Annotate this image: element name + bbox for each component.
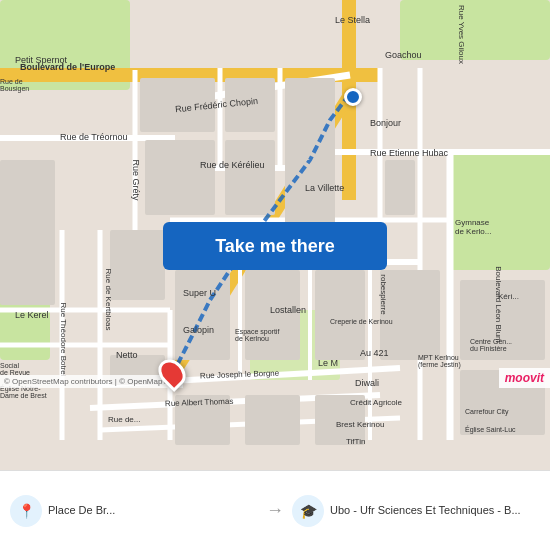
arrow-separator: → (266, 500, 284, 521)
svg-rect-51 (460, 280, 545, 360)
svg-rect-32 (140, 78, 215, 132)
moovit-logo-text: moovit (505, 371, 544, 385)
moovit-logo: moovit (499, 368, 550, 388)
svg-rect-47 (245, 395, 300, 445)
svg-rect-34 (145, 140, 215, 215)
destination-name: Ubo - Ufr Sciences Et Techniques - B... (330, 503, 521, 517)
svg-rect-53 (0, 160, 55, 305)
take-me-there-button[interactable]: Take me there (163, 222, 387, 270)
svg-rect-37 (110, 230, 165, 300)
svg-rect-36 (285, 78, 335, 228)
svg-rect-44 (315, 270, 365, 360)
svg-rect-45 (380, 270, 440, 360)
svg-rect-50 (460, 160, 545, 270)
map-attribution: © OpenStreetMap contributors | © OpenMap… (0, 375, 183, 388)
svg-rect-2 (400, 0, 550, 60)
svg-rect-33 (225, 78, 275, 132)
start-marker (344, 88, 362, 106)
svg-rect-46 (175, 395, 230, 445)
origin-name: Place De Br... (48, 503, 115, 517)
bottom-bar: 📍 Place De Br... → 🎓 Ubo - Ufr Sciences … (0, 470, 550, 550)
svg-rect-35 (225, 140, 275, 215)
destination-icon: 🎓 (292, 495, 324, 527)
map-container: Boulevard de l'Europe Rue Frédéric Chopi… (0, 0, 550, 470)
svg-rect-43 (245, 270, 300, 360)
svg-rect-48 (315, 395, 365, 445)
origin-place: 📍 Place De Br... (10, 495, 258, 527)
origin-icon: 📍 (10, 495, 42, 527)
destination-place: 🎓 Ubo - Ufr Sciences Et Techniques - B..… (292, 495, 540, 527)
svg-rect-41 (385, 160, 415, 215)
destination-marker (160, 358, 184, 388)
